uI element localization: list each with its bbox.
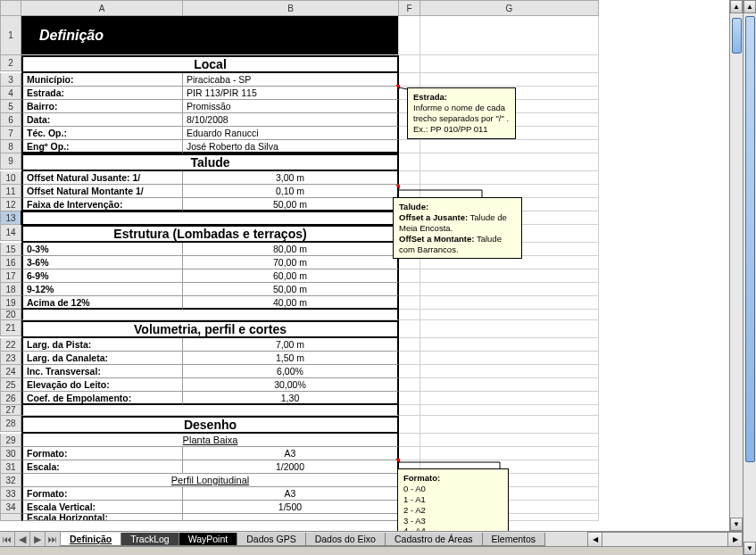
row-header-33[interactable]: 33	[0, 487, 21, 501]
value-municipio[interactable]: Piracicaba - SP	[183, 73, 399, 87]
value-est-r2[interactable]: 70,00 m	[183, 256, 399, 269]
row-header-32[interactable]: 32	[0, 474, 21, 487]
row-header-31[interactable]: 31	[0, 460, 21, 474]
section-local: Local	[21, 55, 399, 73]
tab-dados-eixo[interactable]: Dados do Eixo	[306, 533, 386, 546]
value-estrada[interactable]: PIR 113/PIR 115	[183, 87, 399, 100]
value-engop[interactable]: José Roberto da Silva	[183, 140, 399, 153]
col-header-a[interactable]: A	[21, 0, 183, 16]
scroll-down-icon[interactable]: ▼	[744, 542, 756, 555]
tab-next-icon[interactable]: ▶	[30, 532, 46, 546]
row-header-18[interactable]: 18	[0, 283, 21, 296]
value-est-r1[interactable]: 80,00 m	[183, 243, 399, 256]
hscroll-right-icon[interactable]: ▶	[727, 532, 743, 547]
row-header-35[interactable]	[0, 514, 21, 521]
value-pista[interactable]: 7,00 m	[183, 338, 399, 352]
row-header-29[interactable]: 29	[0, 434, 21, 447]
col-header-g[interactable]: G	[420, 0, 599, 16]
value-pf[interactable]: A3	[183, 447, 399, 460]
row-header-16[interactable]: 16	[0, 256, 21, 269]
col-header-b[interactable]: B	[183, 0, 399, 16]
label-inc: Inc. Transversal:	[21, 365, 183, 378]
value-ev[interactable]: 1/500	[183, 501, 399, 514]
row-header-13[interactable]: 13	[0, 211, 21, 225]
scroll-thumb[interactable]	[732, 18, 742, 54]
value-pe[interactable]: 1/2000	[183, 460, 399, 474]
comment-indicator-icon[interactable]	[395, 459, 400, 463]
row-header-2[interactable]: 2	[0, 55, 21, 71]
tab-last-icon[interactable]: ⏭	[46, 532, 61, 546]
label-est-r1: 0-3%	[21, 243, 183, 256]
value-est-r5[interactable]: 40,00 m	[183, 296, 399, 310]
scroll-up-icon[interactable]: ▲	[730, 0, 743, 13]
window-vertical-scrollbar[interactable]: ▲ ▼	[743, 0, 756, 555]
value-elev[interactable]: 30,00%	[183, 378, 399, 392]
row-header-34[interactable]: 34	[0, 501, 21, 514]
col-header-f[interactable]: F	[399, 0, 420, 16]
label-pe: Escala:	[21, 460, 183, 474]
row-header-9[interactable]: 9	[0, 153, 21, 170]
row-header-30[interactable]: 30	[0, 447, 21, 460]
tab-prev-icon[interactable]: ◀	[15, 532, 30, 546]
row-header-6[interactable]: 6	[0, 113, 21, 127]
tab-definicao[interactable]: Definição	[61, 533, 121, 546]
tab-waypoint[interactable]: WayPoint	[179, 533, 238, 546]
label-ev: Escala Vertical:	[21, 501, 183, 514]
sheet-vertical-scrollbar[interactable]: ▲ ▼	[729, 0, 743, 531]
scroll-thumb[interactable]	[745, 16, 755, 462]
value-bairro[interactable]: Promissão	[183, 100, 399, 113]
comment-indicator-icon[interactable]	[395, 185, 400, 189]
row-header-28[interactable]: 28	[0, 416, 21, 432]
row-header-3[interactable]: 3	[0, 73, 21, 87]
tab-tracklog[interactable]: TrackLog	[121, 533, 179, 546]
row-header-8[interactable]: 8	[0, 140, 21, 153]
row-header-20[interactable]: 20	[0, 310, 21, 320]
row-header-19[interactable]: 19	[0, 296, 21, 310]
row-header-1[interactable]: 1	[0, 16, 21, 55]
scroll-down-icon[interactable]: ▼	[730, 518, 743, 531]
value-tecop[interactable]: Eduardo Ranucci	[183, 127, 399, 140]
row-header-23[interactable]: 23	[0, 352, 21, 365]
horizontal-scrollbar[interactable]: ◀ ▶	[587, 532, 743, 547]
value-data[interactable]: 8/10/2008	[183, 113, 399, 127]
row-header-15[interactable]: 15	[0, 243, 21, 256]
value-emp[interactable]: 1,30	[183, 392, 399, 405]
value-jusante[interactable]: 3,00 m	[183, 171, 399, 185]
comment-body: Informe o nome de cada trecho separados …	[413, 103, 509, 134]
row-header-25[interactable]: 25	[0, 378, 21, 392]
value-lf[interactable]: A3	[183, 487, 399, 501]
row-header-21[interactable]: 21	[0, 320, 21, 336]
row-header-17[interactable]: 17	[0, 269, 21, 283]
comment-indicator-icon[interactable]	[395, 85, 400, 89]
value-montante[interactable]: 0,10 m	[183, 185, 399, 198]
row-header-14[interactable]: 14	[0, 225, 21, 241]
selected-cell[interactable]	[21, 211, 399, 225]
row-header-10[interactable]: 10	[0, 171, 21, 185]
row-header-12[interactable]: 12	[0, 198, 21, 211]
label-engop: Engº Op.:	[21, 140, 183, 153]
row-header-22[interactable]: 22	[0, 338, 21, 352]
row-header-7[interactable]: 7	[0, 127, 21, 140]
tab-cadastro-areas[interactable]: Cadastro de Áreas	[386, 533, 483, 546]
tab-dados-gps[interactable]: Dados GPS	[237, 533, 305, 546]
hscroll-left-icon[interactable]: ◀	[587, 532, 602, 547]
value-est-r4[interactable]: 50,00 m	[183, 283, 399, 296]
scroll-up-icon[interactable]: ▲	[744, 0, 756, 13]
row-header-4[interactable]: 4	[0, 87, 21, 100]
tab-elementos[interactable]: Elementos	[483, 533, 546, 546]
value-canaleta[interactable]: 1,50 m	[183, 352, 399, 365]
row-header-5[interactable]: 5	[0, 100, 21, 113]
row-header-27[interactable]: 27	[0, 405, 21, 416]
row-header-24[interactable]: 24	[0, 365, 21, 378]
row-header-11[interactable]: 11	[0, 185, 21, 198]
label-pista: Larg. da Pista:	[21, 338, 183, 352]
value-inc[interactable]: 6,00%	[183, 365, 399, 378]
label-est-r5: Acima de 12%	[21, 296, 183, 310]
row-header-26[interactable]: 26	[0, 392, 21, 405]
label-tecop: Téc. Op.:	[21, 127, 183, 140]
value-est-r3[interactable]: 60,00 m	[183, 269, 399, 283]
tab-first-icon[interactable]: ⏮	[0, 532, 15, 546]
select-all-corner[interactable]	[0, 0, 21, 16]
value-faixa[interactable]: 50,00 m	[183, 198, 399, 211]
section-desenho: Desenho	[21, 416, 399, 434]
